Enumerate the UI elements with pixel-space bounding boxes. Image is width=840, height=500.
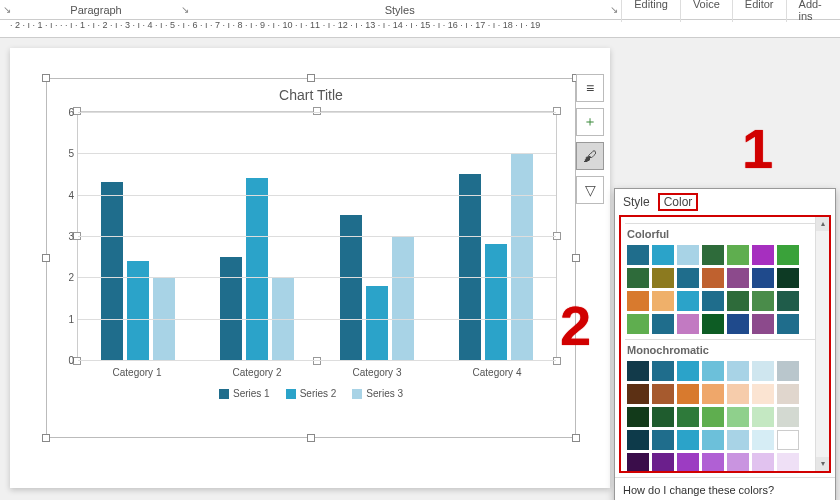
color-swatch[interactable] xyxy=(652,384,674,404)
color-swatch[interactable] xyxy=(627,407,649,427)
color-swatch[interactable] xyxy=(727,453,749,473)
color-swatch[interactable] xyxy=(702,268,724,288)
color-swatch[interactable] xyxy=(652,314,674,334)
palette-row[interactable] xyxy=(627,314,811,334)
layout-options-button[interactable]: ≡ xyxy=(576,74,604,102)
color-swatch[interactable] xyxy=(627,361,649,381)
paragraph-launcher-icon[interactable]: ↘ xyxy=(0,4,14,15)
color-swatch[interactable] xyxy=(752,291,774,311)
selection-handle[interactable] xyxy=(307,434,315,442)
color-swatch[interactable] xyxy=(727,291,749,311)
selection-handle[interactable] xyxy=(42,74,50,82)
bar[interactable] xyxy=(127,261,149,360)
legend-item[interactable]: Series 1 xyxy=(219,388,270,399)
plot-area[interactable]: 0123456 xyxy=(77,111,557,361)
color-swatch[interactable] xyxy=(752,268,774,288)
selection-handle[interactable] xyxy=(572,254,580,262)
ribbon-group-voice[interactable]: Voice xyxy=(680,0,732,22)
bar[interactable] xyxy=(392,236,414,360)
color-swatch[interactable] xyxy=(702,245,724,265)
color-swatch[interactable] xyxy=(652,453,674,473)
color-swatch[interactable] xyxy=(677,245,699,265)
color-swatch[interactable] xyxy=(727,268,749,288)
color-swatch[interactable] xyxy=(702,384,724,404)
ribbon-group-addins[interactable]: Add-ins xyxy=(786,0,840,22)
bar[interactable] xyxy=(459,174,481,360)
ribbon-group-editor[interactable]: Editor xyxy=(732,0,786,22)
chart-filters-button[interactable]: ▽ xyxy=(576,176,604,204)
color-swatch[interactable] xyxy=(702,430,724,450)
color-swatch[interactable] xyxy=(752,430,774,450)
panel-help-link[interactable]: How do I change these colors? xyxy=(615,477,835,500)
chart-object[interactable]: Chart Title 0123456 Category 1Category 2… xyxy=(46,78,576,438)
selection-handle[interactable] xyxy=(572,434,580,442)
bar[interactable] xyxy=(366,286,388,360)
styles-launcher2-icon[interactable]: ↘ xyxy=(607,4,621,15)
legend-item[interactable]: Series 2 xyxy=(286,388,337,399)
color-swatch[interactable] xyxy=(677,291,699,311)
color-swatch[interactable] xyxy=(752,245,774,265)
color-swatch[interactable] xyxy=(652,245,674,265)
color-swatch[interactable] xyxy=(727,384,749,404)
palette-row[interactable] xyxy=(627,407,811,427)
palette-row[interactable] xyxy=(627,430,811,450)
color-swatch[interactable] xyxy=(652,268,674,288)
color-swatch[interactable] xyxy=(652,407,674,427)
color-swatch[interactable] xyxy=(777,407,799,427)
color-swatch[interactable] xyxy=(702,407,724,427)
color-swatch[interactable] xyxy=(702,453,724,473)
color-swatch[interactable] xyxy=(702,361,724,381)
color-swatch[interactable] xyxy=(627,291,649,311)
palette-row[interactable] xyxy=(627,268,811,288)
color-swatch[interactable] xyxy=(677,361,699,381)
palette-row[interactable] xyxy=(627,384,811,404)
color-swatch[interactable] xyxy=(677,407,699,427)
color-swatch[interactable] xyxy=(752,407,774,427)
selection-handle[interactable] xyxy=(42,254,50,262)
palette-row[interactable] xyxy=(627,245,811,265)
color-swatch[interactable] xyxy=(677,384,699,404)
color-swatch[interactable] xyxy=(627,268,649,288)
selection-handle[interactable] xyxy=(42,434,50,442)
color-swatch[interactable] xyxy=(777,268,799,288)
color-swatch[interactable] xyxy=(777,291,799,311)
color-swatch[interactable] xyxy=(677,430,699,450)
color-swatch[interactable] xyxy=(752,384,774,404)
palette-row[interactable] xyxy=(627,453,811,473)
color-swatch[interactable] xyxy=(627,314,649,334)
color-swatch[interactable] xyxy=(777,245,799,265)
styles-launcher-icon[interactable]: ↘ xyxy=(178,4,192,15)
color-swatch[interactable] xyxy=(727,245,749,265)
color-swatch[interactable] xyxy=(777,361,799,381)
color-swatch[interactable] xyxy=(777,453,799,473)
ribbon-group-editing[interactable]: Editing xyxy=(621,0,680,22)
color-swatch[interactable] xyxy=(677,268,699,288)
color-swatch[interactable] xyxy=(627,245,649,265)
color-swatch[interactable] xyxy=(627,430,649,450)
color-swatch[interactable] xyxy=(752,314,774,334)
document-page[interactable]: Chart Title 0123456 Category 1Category 2… xyxy=(10,48,610,488)
bar[interactable] xyxy=(485,244,507,360)
tab-style[interactable]: Style xyxy=(623,195,650,209)
color-swatch[interactable] xyxy=(727,430,749,450)
scroll-up-icon[interactable]: ▴ xyxy=(816,217,829,231)
color-swatch[interactable] xyxy=(702,314,724,334)
bar[interactable] xyxy=(220,257,242,360)
panel-scrollbar[interactable]: ▴ ▾ xyxy=(815,217,829,471)
bar[interactable] xyxy=(101,182,123,360)
color-swatch[interactable] xyxy=(677,314,699,334)
bar[interactable] xyxy=(340,215,362,360)
selection-handle[interactable] xyxy=(307,74,315,82)
chart-title[interactable]: Chart Title xyxy=(47,79,575,107)
horizontal-ruler[interactable]: · 2 · ı · 1 · ı · · · ı · 1 · ı · 2 · ı … xyxy=(0,20,840,38)
color-swatch[interactable] xyxy=(702,291,724,311)
tab-color[interactable]: Color xyxy=(658,193,699,211)
color-swatch[interactable] xyxy=(727,361,749,381)
scroll-down-icon[interactable]: ▾ xyxy=(816,457,829,471)
color-swatch[interactable] xyxy=(752,453,774,473)
chart-elements-button[interactable]: ＋ xyxy=(576,108,604,136)
color-swatch[interactable] xyxy=(627,453,649,473)
color-swatch[interactable] xyxy=(652,291,674,311)
palette-row[interactable] xyxy=(627,291,811,311)
bar[interactable] xyxy=(246,178,268,360)
